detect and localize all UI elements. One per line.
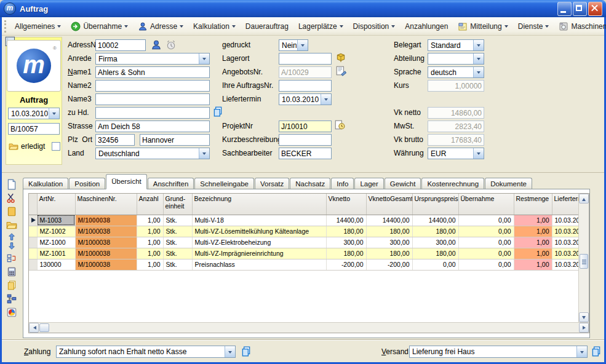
vertical-scroll-thumb[interactable] <box>580 254 588 269</box>
menu-maschinenverwaltung[interactable]: Maschinenverwaltung <box>555 20 606 33</box>
minimize-button[interactable] <box>557 2 572 16</box>
menu-dienste[interactable]: Dienste <box>514 20 553 33</box>
copy-icon[interactable] <box>212 106 223 117</box>
abteilung-select[interactable] <box>428 53 484 65</box>
menu-anzahlungen[interactable]: Anzahlungen <box>401 20 452 33</box>
copy-yellow-icon[interactable] <box>6 280 17 291</box>
move-up-icon[interactable] <box>7 232 16 241</box>
package-icon[interactable] <box>335 52 346 63</box>
cut-icon[interactable] <box>6 192 17 204</box>
calculator-icon[interactable] <box>6 266 17 277</box>
doc-clock-icon[interactable] <box>334 119 345 130</box>
chevron-down-icon[interactable] <box>199 53 209 64</box>
sticky-note-icon[interactable] <box>6 206 17 217</box>
tab-info[interactable]: Info <box>331 178 354 190</box>
chevron-down-icon[interactable] <box>473 67 484 77</box>
anrede-select[interactable]: Firma <box>95 53 210 65</box>
vkbrutto-field <box>428 134 484 146</box>
kurzbeschreibung-field[interactable] <box>279 134 332 146</box>
sachbearbeiter-field[interactable] <box>279 148 332 159</box>
menu-allgemeines[interactable]: Allgemeines <box>11 20 65 33</box>
menu-kalkulation[interactable]: Kalkulation <box>189 20 239 33</box>
projektnr-field[interactable] <box>279 121 332 132</box>
menu-uebernahme[interactable]: Übernahme <box>67 20 132 33</box>
menu-lagerplaetze[interactable]: Lagerplätze <box>295 20 347 33</box>
scroll-up-button[interactable] <box>579 194 589 204</box>
belegart-select[interactable]: Standard <box>428 39 484 51</box>
titlebar[interactable]: m Auftrag <box>0 0 606 17</box>
chevron-down-icon[interactable] <box>473 148 484 159</box>
liefertermin-select[interactable]: 10.03.2010 <box>279 93 332 105</box>
strasse-field[interactable] <box>95 121 210 132</box>
erledigt-checkbox[interactable] <box>52 142 60 151</box>
clock-icon[interactable] <box>165 39 177 50</box>
table-row[interactable]: M-1003 M/1000038 1,00 Stk. Multi-V-18 14… <box>29 215 579 226</box>
tab-vorsatz[interactable]: Vorsatz <box>255 178 289 190</box>
tab-anschriften[interactable]: Anschriften <box>148 178 194 190</box>
land-select[interactable]: Deutschland <box>95 148 210 159</box>
table-row[interactable]: MZ-1000 M/1000038 1,00 Stk. Multi-VZ-Ele… <box>29 237 579 248</box>
menu-disposition[interactable]: Disposition <box>349 20 399 33</box>
ort-field[interactable] <box>140 134 210 146</box>
zahlung-select[interactable]: Zahlung sofort nach Erhalt netto Kasse <box>56 346 236 358</box>
tab-gewicht[interactable]: Gewicht <box>385 178 421 190</box>
chart-icon[interactable] <box>6 307 17 318</box>
tab-position[interactable]: Position <box>69 178 105 190</box>
close-button[interactable] <box>588 2 602 16</box>
scroll-down-button[interactable] <box>579 312 589 322</box>
new-document-icon[interactable] <box>6 179 17 190</box>
table-row[interactable]: 130000 M/1000038 1,00 Stk. Preisnachlass… <box>29 259 579 270</box>
chevron-down-icon[interactable] <box>576 346 587 357</box>
grid-horizontal-scrollbar[interactable] <box>29 322 589 333</box>
grid-vertical-scrollbar[interactable] <box>578 194 589 322</box>
document-date-select[interactable]: 10.03.2010 <box>8 108 60 119</box>
hierarchy-icon[interactable] <box>6 293 17 304</box>
tab-schnelleingabe[interactable]: Schnelleingabe <box>194 178 254 190</box>
scroll-left-button[interactable] <box>29 323 39 333</box>
chevron-down-icon[interactable] <box>297 40 308 50</box>
menu-adresse[interactable]: Adresse <box>134 20 187 33</box>
gedruckt-select[interactable]: Nein <box>279 39 308 51</box>
split-icon[interactable] <box>6 253 17 264</box>
document-number-field[interactable] <box>8 123 60 135</box>
adressnr-field[interactable] <box>95 39 146 51</box>
move-down-icon[interactable] <box>7 242 16 250</box>
versand-select[interactable]: Lieferung frei Haus <box>409 346 588 358</box>
open-folder-icon[interactable] <box>6 220 17 231</box>
tab-dokumente[interactable]: Dokumente <box>485 178 532 190</box>
doc-edit-icon[interactable] <box>335 65 346 76</box>
scroll-right-button[interactable] <box>579 323 589 333</box>
lagerort-field[interactable] <box>279 53 332 65</box>
chevron-down-icon[interactable] <box>49 108 59 119</box>
tab-lager[interactable]: Lager <box>354 178 383 190</box>
zuhd-field[interactable] <box>95 107 210 119</box>
horizontal-scroll-thumb[interactable] <box>39 323 49 332</box>
tab-kalkulation[interactable]: Kalkulation <box>23 178 68 190</box>
chevron-down-icon[interactable] <box>473 53 484 64</box>
menu-mitteilung[interactable]: Mitteilung <box>454 20 511 33</box>
plz-field[interactable] <box>95 134 135 146</box>
note-icon <box>458 22 468 31</box>
copy-icon[interactable] <box>591 346 602 357</box>
chevron-down-icon[interactable] <box>199 148 209 159</box>
table-row[interactable]: MZ-1002 M/1000038 1,00 Stk. Multi-VZ-Lös… <box>29 226 579 237</box>
table-row[interactable]: MZ-1001 M/1000038 1,00 Stk. Multi-VZ-Imp… <box>29 248 579 259</box>
chevron-down-icon[interactable] <box>225 346 235 357</box>
name2-field[interactable] <box>95 80 210 92</box>
waehrung-select[interactable]: EUR <box>428 148 484 159</box>
chevron-down-icon[interactable] <box>321 94 331 105</box>
name3-field[interactable] <box>95 93 210 105</box>
tab-kostenrechnung[interactable]: Kostenrechnung <box>421 178 484 190</box>
toolbar-grip[interactable] <box>4 20 6 33</box>
menu-dauerauftrag[interactable]: Dauerauftrag <box>242 20 292 33</box>
name1-field[interactable] <box>95 66 210 78</box>
auftragsnr-field[interactable] <box>279 80 332 92</box>
tab-uebersicht[interactable]: Übersicht <box>106 174 147 189</box>
copy-icon[interactable] <box>241 346 252 357</box>
sprache-select[interactable]: deutsch <box>428 66 484 78</box>
chevron-down-icon[interactable] <box>473 40 484 50</box>
tab-nachsatz[interactable]: Nachsatz <box>290 178 330 190</box>
person-icon[interactable] <box>151 39 162 50</box>
maximize-button[interactable] <box>573 2 587 16</box>
position-tabs: Kalkulation Position Übersicht Anschrift… <box>23 176 533 189</box>
